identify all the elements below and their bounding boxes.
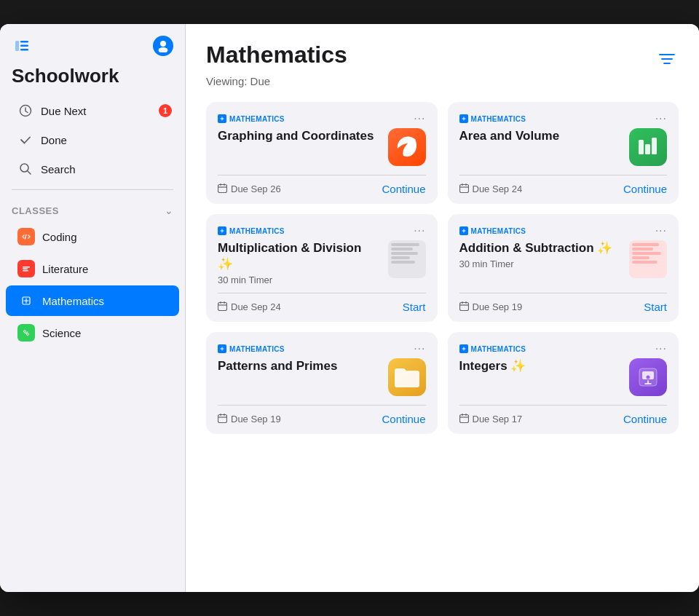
card-footer: Due Sep 17 Continue bbox=[459, 405, 668, 425]
svg-rect-24 bbox=[639, 140, 644, 154]
coding-label: Coding bbox=[42, 231, 77, 243]
math-badge-icon bbox=[459, 344, 468, 353]
app-window: Schoolwork Due Next 1 Done bbox=[0, 24, 699, 592]
card-body: Multiplication & Division ✨ 30 min Timer bbox=[218, 240, 426, 285]
svg-rect-31 bbox=[459, 302, 468, 310]
card-more-button[interactable]: ··· bbox=[655, 342, 667, 355]
svg-rect-2 bbox=[20, 45, 28, 47]
sidebar-item-science[interactable]: Science bbox=[6, 317, 179, 348]
calendar-icon bbox=[459, 183, 469, 195]
sidebar-item-mathematics[interactable]: Mathematics bbox=[6, 285, 179, 316]
sidebar-item-coding[interactable]: Coding bbox=[6, 221, 179, 252]
swift-app-icon bbox=[388, 128, 426, 166]
card-action-button[interactable]: Continue bbox=[623, 183, 667, 195]
svg-rect-22 bbox=[218, 184, 227, 192]
card-body: Patterns and Primes bbox=[218, 358, 426, 398]
card-more-button[interactable]: ··· bbox=[655, 224, 667, 237]
card-info: Patterns and Primes bbox=[218, 358, 379, 376]
due-next-label: Due Next bbox=[41, 105, 87, 117]
card-title: Multiplication & Division ✨ bbox=[218, 240, 379, 272]
clock-icon bbox=[17, 103, 33, 119]
math-badge-icon bbox=[218, 226, 226, 235]
card-body: Addition & Subtraction ✨ 30 min Timer bbox=[459, 240, 668, 285]
card-header: MATHEMATICS ··· bbox=[459, 224, 668, 237]
math-badge-icon bbox=[459, 114, 468, 123]
card-graphing-coordinates: MATHEMATICS ··· Graphing and Coordinates bbox=[206, 102, 438, 204]
science-class-icon bbox=[17, 324, 35, 341]
subject-badge: MATHEMATICS bbox=[459, 226, 526, 235]
card-footer: Due Sep 24 Continue bbox=[459, 175, 668, 195]
subject-badge: MATHEMATICS bbox=[218, 344, 285, 353]
chevron-down-icon[interactable]: ⌄ bbox=[165, 205, 173, 216]
due-date: Due Sep 17 bbox=[459, 414, 523, 425]
svg-point-37 bbox=[647, 376, 650, 379]
card-more-button[interactable]: ··· bbox=[414, 224, 425, 237]
calendar-icon bbox=[218, 414, 227, 425]
mathematics-label: Mathematics bbox=[42, 295, 104, 307]
card-thumbnail bbox=[388, 240, 426, 278]
due-date: Due Sep 24 bbox=[218, 301, 281, 313]
literature-class-icon bbox=[17, 260, 35, 277]
card-integers: MATHEMATICS ··· Integers ✨ bbox=[448, 332, 679, 434]
card-title: Area and Volume bbox=[459, 128, 621, 144]
card-subtitle: 30 min Timer bbox=[459, 258, 621, 269]
page-title: Mathematics bbox=[206, 42, 347, 68]
card-title: Graphing and Coordinates bbox=[218, 128, 379, 144]
card-action-button[interactable]: Continue bbox=[382, 183, 425, 195]
due-badge: 1 bbox=[159, 104, 172, 117]
card-action-button[interactable]: Start bbox=[644, 301, 667, 313]
due-date: Due Sep 26 bbox=[218, 183, 281, 195]
literature-label: Literature bbox=[42, 263, 88, 275]
svg-rect-0 bbox=[15, 41, 19, 51]
keynote-app-icon bbox=[629, 358, 667, 396]
science-label: Science bbox=[42, 327, 81, 339]
card-area-volume: MATHEMATICS ··· Area and Volume bbox=[448, 102, 679, 204]
avatar[interactable] bbox=[153, 36, 173, 56]
svg-point-7 bbox=[20, 164, 28, 172]
card-more-button[interactable]: ··· bbox=[655, 112, 667, 125]
card-info: Area and Volume bbox=[459, 128, 621, 146]
sidebar-item-search[interactable]: Search bbox=[6, 155, 179, 183]
card-body: Graphing and Coordinates bbox=[218, 128, 426, 167]
svg-rect-11 bbox=[23, 269, 28, 270]
numbers-app-icon bbox=[629, 128, 667, 166]
filter-button[interactable] bbox=[655, 47, 679, 71]
viewing-label: Viewing: Due bbox=[206, 75, 679, 87]
math-badge-icon bbox=[218, 344, 226, 353]
card-thumbnail bbox=[629, 240, 667, 278]
svg-rect-1 bbox=[20, 41, 28, 43]
svg-rect-27 bbox=[459, 184, 468, 192]
svg-rect-12 bbox=[23, 270, 28, 272]
card-header: MATHEMATICS ··· bbox=[459, 112, 668, 125]
svg-point-4 bbox=[160, 41, 166, 47]
card-action-button[interactable]: Continue bbox=[382, 413, 425, 425]
toggle-sidebar-button[interactable] bbox=[12, 36, 32, 56]
sidebar-header bbox=[0, 36, 185, 62]
main-content: Mathematics Viewing: Due MATHEMA bbox=[186, 24, 699, 592]
card-info: Graphing and Coordinates bbox=[218, 128, 379, 146]
card-title: Addition & Subtraction ✨ bbox=[459, 240, 621, 256]
classes-section-title: Classes bbox=[12, 205, 59, 216]
card-action-button[interactable]: Continue bbox=[623, 413, 667, 425]
card-action-button[interactable]: Start bbox=[403, 301, 426, 313]
app-title: Schoolwork bbox=[0, 62, 185, 96]
classes-section-header: Classes ⌄ bbox=[0, 196, 185, 221]
svg-rect-33 bbox=[218, 414, 227, 422]
card-footer: Due Sep 26 Continue bbox=[218, 175, 426, 195]
math-badge-icon bbox=[459, 226, 468, 235]
card-header: MATHEMATICS ··· bbox=[218, 112, 426, 125]
calendar-icon bbox=[218, 183, 227, 195]
search-label: Search bbox=[41, 163, 76, 175]
card-more-button[interactable]: ··· bbox=[414, 342, 425, 355]
svg-rect-25 bbox=[645, 144, 650, 154]
subject-badge: MATHEMATICS bbox=[459, 114, 526, 123]
svg-rect-29 bbox=[218, 302, 227, 310]
svg-point-5 bbox=[159, 47, 168, 52]
cards-grid: MATHEMATICS ··· Graphing and Coordinates bbox=[206, 102, 679, 434]
sidebar-item-done[interactable]: Done bbox=[6, 126, 179, 154]
card-more-button[interactable]: ··· bbox=[414, 112, 425, 125]
card-footer: Due Sep 19 Start bbox=[459, 293, 668, 313]
sidebar-item-due-next[interactable]: Due Next 1 bbox=[6, 97, 179, 125]
due-date: Due Sep 19 bbox=[218, 414, 281, 425]
sidebar-item-literature[interactable]: Literature bbox=[6, 253, 179, 284]
